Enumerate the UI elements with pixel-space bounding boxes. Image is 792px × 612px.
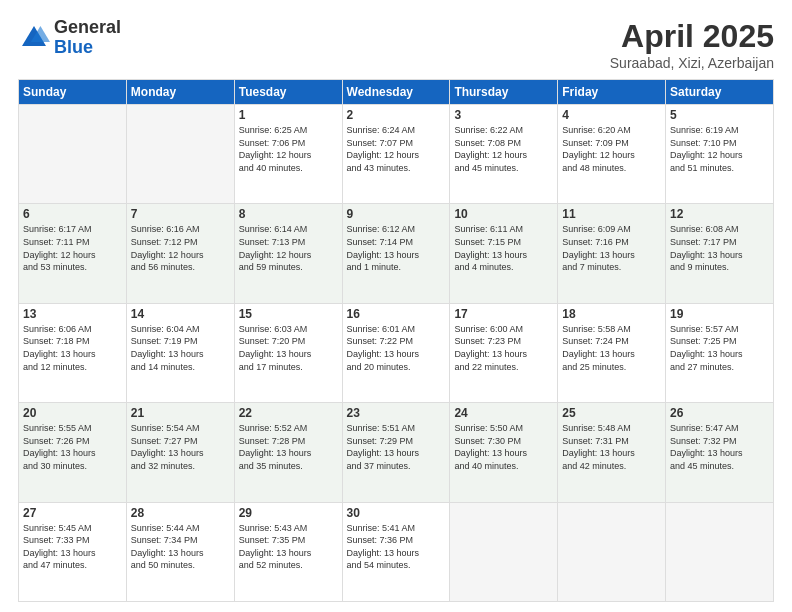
- calendar-day-cell: 5Sunrise: 6:19 AM Sunset: 7:10 PM Daylig…: [666, 105, 774, 204]
- calendar-day-cell: 9Sunrise: 6:12 AM Sunset: 7:14 PM Daylig…: [342, 204, 450, 303]
- day-number: 1: [239, 108, 338, 122]
- calendar-day-cell: 21Sunrise: 5:54 AM Sunset: 7:27 PM Dayli…: [126, 403, 234, 502]
- day-info: Sunrise: 5:58 AM Sunset: 7:24 PM Dayligh…: [562, 323, 661, 373]
- day-number: 10: [454, 207, 553, 221]
- calendar-day-cell: 6Sunrise: 6:17 AM Sunset: 7:11 PM Daylig…: [19, 204, 127, 303]
- day-number: 12: [670, 207, 769, 221]
- calendar-day-cell: 24Sunrise: 5:50 AM Sunset: 7:30 PM Dayli…: [450, 403, 558, 502]
- month-title: April 2025: [610, 18, 774, 55]
- day-of-week-header: Sunday: [19, 80, 127, 105]
- day-info: Sunrise: 6:16 AM Sunset: 7:12 PM Dayligh…: [131, 223, 230, 273]
- day-of-week-header: Monday: [126, 80, 234, 105]
- day-number: 5: [670, 108, 769, 122]
- day-number: 14: [131, 307, 230, 321]
- calendar-day-cell: 26Sunrise: 5:47 AM Sunset: 7:32 PM Dayli…: [666, 403, 774, 502]
- day-number: 13: [23, 307, 122, 321]
- day-number: 22: [239, 406, 338, 420]
- logo-general: General: [54, 18, 121, 38]
- calendar-week-row: 1Sunrise: 6:25 AM Sunset: 7:06 PM Daylig…: [19, 105, 774, 204]
- day-info: Sunrise: 6:17 AM Sunset: 7:11 PM Dayligh…: [23, 223, 122, 273]
- day-info: Sunrise: 5:41 AM Sunset: 7:36 PM Dayligh…: [347, 522, 446, 572]
- calendar-day-cell: 30Sunrise: 5:41 AM Sunset: 7:36 PM Dayli…: [342, 502, 450, 601]
- calendar-day-cell: 7Sunrise: 6:16 AM Sunset: 7:12 PM Daylig…: [126, 204, 234, 303]
- day-number: 19: [670, 307, 769, 321]
- day-of-week-header: Friday: [558, 80, 666, 105]
- day-info: Sunrise: 6:06 AM Sunset: 7:18 PM Dayligh…: [23, 323, 122, 373]
- calendar-day-cell: 17Sunrise: 6:00 AM Sunset: 7:23 PM Dayli…: [450, 303, 558, 402]
- day-info: Sunrise: 5:54 AM Sunset: 7:27 PM Dayligh…: [131, 422, 230, 472]
- day-of-week-header: Wednesday: [342, 80, 450, 105]
- day-info: Sunrise: 6:12 AM Sunset: 7:14 PM Dayligh…: [347, 223, 446, 273]
- day-number: 26: [670, 406, 769, 420]
- calendar-day-cell: 13Sunrise: 6:06 AM Sunset: 7:18 PM Dayli…: [19, 303, 127, 402]
- calendar-week-row: 20Sunrise: 5:55 AM Sunset: 7:26 PM Dayli…: [19, 403, 774, 502]
- calendar-day-cell: 25Sunrise: 5:48 AM Sunset: 7:31 PM Dayli…: [558, 403, 666, 502]
- day-info: Sunrise: 6:25 AM Sunset: 7:06 PM Dayligh…: [239, 124, 338, 174]
- calendar-day-cell: 20Sunrise: 5:55 AM Sunset: 7:26 PM Dayli…: [19, 403, 127, 502]
- day-of-week-header: Saturday: [666, 80, 774, 105]
- day-info: Sunrise: 6:00 AM Sunset: 7:23 PM Dayligh…: [454, 323, 553, 373]
- day-info: Sunrise: 6:04 AM Sunset: 7:19 PM Dayligh…: [131, 323, 230, 373]
- day-info: Sunrise: 5:47 AM Sunset: 7:32 PM Dayligh…: [670, 422, 769, 472]
- day-info: Sunrise: 6:24 AM Sunset: 7:07 PM Dayligh…: [347, 124, 446, 174]
- day-info: Sunrise: 5:51 AM Sunset: 7:29 PM Dayligh…: [347, 422, 446, 472]
- day-info: Sunrise: 6:11 AM Sunset: 7:15 PM Dayligh…: [454, 223, 553, 273]
- day-number: 16: [347, 307, 446, 321]
- day-of-week-header: Tuesday: [234, 80, 342, 105]
- calendar-day-cell: 23Sunrise: 5:51 AM Sunset: 7:29 PM Dayli…: [342, 403, 450, 502]
- day-number: 9: [347, 207, 446, 221]
- calendar-day-cell: 10Sunrise: 6:11 AM Sunset: 7:15 PM Dayli…: [450, 204, 558, 303]
- calendar-day-cell: 29Sunrise: 5:43 AM Sunset: 7:35 PM Dayli…: [234, 502, 342, 601]
- calendar-day-cell: 16Sunrise: 6:01 AM Sunset: 7:22 PM Dayli…: [342, 303, 450, 402]
- day-number: 24: [454, 406, 553, 420]
- day-number: 18: [562, 307, 661, 321]
- day-number: 21: [131, 406, 230, 420]
- day-number: 17: [454, 307, 553, 321]
- day-info: Sunrise: 6:08 AM Sunset: 7:17 PM Dayligh…: [670, 223, 769, 273]
- calendar-day-cell: [450, 502, 558, 601]
- day-info: Sunrise: 5:57 AM Sunset: 7:25 PM Dayligh…: [670, 323, 769, 373]
- day-info: Sunrise: 5:44 AM Sunset: 7:34 PM Dayligh…: [131, 522, 230, 572]
- calendar-day-cell: 3Sunrise: 6:22 AM Sunset: 7:08 PM Daylig…: [450, 105, 558, 204]
- calendar-day-cell: 11Sunrise: 6:09 AM Sunset: 7:16 PM Dayli…: [558, 204, 666, 303]
- calendar-day-cell: 15Sunrise: 6:03 AM Sunset: 7:20 PM Dayli…: [234, 303, 342, 402]
- day-number: 27: [23, 506, 122, 520]
- day-number: 11: [562, 207, 661, 221]
- day-info: Sunrise: 6:20 AM Sunset: 7:09 PM Dayligh…: [562, 124, 661, 174]
- calendar-day-cell: [19, 105, 127, 204]
- location-subtitle: Suraabad, Xizi, Azerbaijan: [610, 55, 774, 71]
- day-number: 28: [131, 506, 230, 520]
- calendar-week-row: 27Sunrise: 5:45 AM Sunset: 7:33 PM Dayli…: [19, 502, 774, 601]
- day-info: Sunrise: 6:01 AM Sunset: 7:22 PM Dayligh…: [347, 323, 446, 373]
- day-number: 20: [23, 406, 122, 420]
- day-number: 6: [23, 207, 122, 221]
- calendar-day-cell: 2Sunrise: 6:24 AM Sunset: 7:07 PM Daylig…: [342, 105, 450, 204]
- day-info: Sunrise: 6:19 AM Sunset: 7:10 PM Dayligh…: [670, 124, 769, 174]
- day-number: 15: [239, 307, 338, 321]
- day-info: Sunrise: 6:14 AM Sunset: 7:13 PM Dayligh…: [239, 223, 338, 273]
- calendar-header-row: SundayMondayTuesdayWednesdayThursdayFrid…: [19, 80, 774, 105]
- day-info: Sunrise: 5:55 AM Sunset: 7:26 PM Dayligh…: [23, 422, 122, 472]
- day-number: 4: [562, 108, 661, 122]
- calendar-week-row: 13Sunrise: 6:06 AM Sunset: 7:18 PM Dayli…: [19, 303, 774, 402]
- logo-text: General Blue: [54, 18, 121, 58]
- day-number: 2: [347, 108, 446, 122]
- calendar-day-cell: 27Sunrise: 5:45 AM Sunset: 7:33 PM Dayli…: [19, 502, 127, 601]
- title-block: April 2025 Suraabad, Xizi, Azerbaijan: [610, 18, 774, 71]
- calendar-day-cell: 1Sunrise: 6:25 AM Sunset: 7:06 PM Daylig…: [234, 105, 342, 204]
- day-info: Sunrise: 5:52 AM Sunset: 7:28 PM Dayligh…: [239, 422, 338, 472]
- logo-blue: Blue: [54, 38, 121, 58]
- day-info: Sunrise: 6:22 AM Sunset: 7:08 PM Dayligh…: [454, 124, 553, 174]
- calendar-day-cell: 8Sunrise: 6:14 AM Sunset: 7:13 PM Daylig…: [234, 204, 342, 303]
- logo: General Blue: [18, 18, 121, 58]
- calendar-day-cell: 28Sunrise: 5:44 AM Sunset: 7:34 PM Dayli…: [126, 502, 234, 601]
- day-info: Sunrise: 5:45 AM Sunset: 7:33 PM Dayligh…: [23, 522, 122, 572]
- calendar-day-cell: 19Sunrise: 5:57 AM Sunset: 7:25 PM Dayli…: [666, 303, 774, 402]
- day-number: 30: [347, 506, 446, 520]
- header: General Blue April 2025 Suraabad, Xizi, …: [18, 18, 774, 71]
- day-number: 8: [239, 207, 338, 221]
- day-number: 23: [347, 406, 446, 420]
- calendar-table: SundayMondayTuesdayWednesdayThursdayFrid…: [18, 79, 774, 602]
- calendar-day-cell: [666, 502, 774, 601]
- day-info: Sunrise: 5:43 AM Sunset: 7:35 PM Dayligh…: [239, 522, 338, 572]
